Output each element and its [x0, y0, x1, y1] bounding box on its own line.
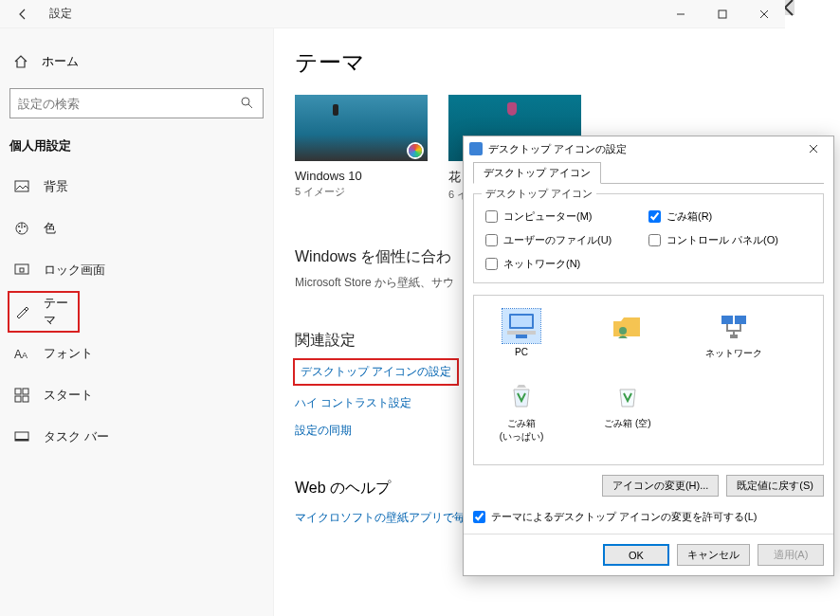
svg-point-4 — [24, 226, 26, 227]
svg-point-5 — [19, 230, 21, 232]
checkbox-input[interactable] — [485, 210, 498, 223]
checkbox-input[interactable] — [485, 234, 498, 246]
window-title: 設定 — [49, 6, 72, 22]
sidebar-item-lockscreen[interactable]: ロック画面 — [0, 249, 273, 291]
icon-label: ネットワーク — [705, 347, 762, 360]
checkbox-control-panel[interactable]: コントロール パネル(O) — [648, 233, 812, 247]
svg-point-1 — [242, 98, 249, 105]
link-desktop-icon-settings[interactable]: デスクトップ アイコンの設定 — [295, 360, 457, 384]
theme-name: Windows 10 — [295, 169, 428, 183]
svg-rect-21 — [721, 316, 733, 324]
icon-preview-user[interactable] — [593, 309, 662, 360]
themes-icon — [13, 303, 30, 320]
svg-rect-0 — [719, 10, 726, 18]
ok-button[interactable]: OK — [603, 544, 669, 566]
sidebar-item-taskbar[interactable]: タスク バー — [0, 416, 273, 458]
recycle-full-icon — [502, 379, 540, 413]
allow-themes-label: テーマによるデスクトップ アイコンの変更を許可する(L) — [491, 510, 758, 524]
link-sync-settings[interactable]: 設定の同期 — [295, 423, 352, 439]
svg-rect-12 — [15, 396, 21, 402]
change-icon-button[interactable]: アイコンの変更(H)... — [602, 475, 719, 497]
checkbox-label: コントロール パネル(O) — [667, 233, 778, 247]
svg-text:A: A — [22, 351, 27, 360]
maximize-button[interactable] — [702, 0, 743, 28]
checkbox-user-files[interactable]: ユーザーのファイル(U) — [485, 233, 648, 247]
dialog-titlebar: デスクトップ アイコンの設定 — [464, 136, 833, 161]
svg-rect-18 — [507, 331, 536, 335]
link-high-contrast[interactable]: ハイ コントラスト設定 — [295, 395, 411, 411]
checkbox-label: ユーザーのファイル(U) — [503, 233, 612, 247]
search-input[interactable] — [18, 97, 240, 111]
home-icon — [13, 54, 28, 69]
page-title: テーマ — [295, 47, 785, 78]
svg-rect-15 — [15, 439, 28, 441]
nav-label: ロック画面 — [44, 262, 105, 279]
dialog-title: デスクトップ アイコンの設定 — [488, 142, 627, 156]
checkbox-input[interactable] — [485, 258, 498, 270]
checkbox-recycle-bin[interactable]: ごみ箱(R) — [648, 209, 812, 224]
checkbox-label: ネットワーク(N) — [503, 257, 580, 271]
lockscreen-icon — [13, 262, 30, 279]
svg-text:A: A — [14, 348, 22, 360]
nav-label: 背景 — [44, 178, 68, 195]
nav-label: フォント — [44, 345, 93, 362]
svg-rect-10 — [15, 389, 21, 394]
allow-themes-checkbox[interactable] — [473, 511, 485, 523]
checkbox-label: ごみ箱(R) — [667, 209, 712, 224]
sidebar-item-themes[interactable]: テーマ — [8, 291, 80, 333]
dialog-close-button[interactable] — [799, 138, 828, 159]
restore-defaults-button[interactable]: 既定値に戻す(S) — [726, 475, 824, 497]
search-box[interactable] — [9, 88, 264, 118]
checkbox-computer[interactable]: コンピューター(M) — [485, 209, 648, 224]
icon-preview-grid: PC ネットワーク ごみ箱 (いっぱい) ごみ箱 (空) — [473, 295, 824, 465]
checkbox-network[interactable]: ネットワーク(N) — [485, 257, 648, 271]
theme-thumbnail — [295, 95, 428, 161]
sidebar-item-start[interactable]: スタート — [0, 374, 273, 416]
cancel-button[interactable]: キャンセル — [677, 544, 750, 566]
search-icon — [240, 96, 255, 111]
tab-desktop-icons[interactable]: デスクトップ アイコン — [473, 162, 601, 184]
home-label: ホーム — [42, 53, 79, 70]
checkbox-input[interactable] — [648, 210, 661, 223]
close-button[interactable] — [743, 0, 785, 28]
desktop-icons-group: デスクトップ アイコン コンピューター(M) ごみ箱(R) ユーザーのファイル(… — [473, 193, 824, 283]
dialog-tabs: デスクトップ アイコン — [473, 161, 824, 184]
sidebar-item-background[interactable]: 背景 — [0, 166, 273, 208]
icon-preview-recycle-full[interactable]: ごみ箱 (いっぱい) — [487, 379, 556, 444]
group-label: デスクトップ アイコン — [482, 187, 596, 201]
svg-rect-17 — [511, 316, 532, 327]
icon-label: ごみ箱 (空) — [604, 417, 650, 430]
svg-point-20 — [619, 327, 627, 335]
svg-rect-13 — [23, 396, 28, 402]
network-icon — [715, 309, 753, 343]
nav-label: タスク バー — [44, 428, 109, 445]
colors-icon — [13, 220, 30, 237]
recycle-empty-icon — [609, 379, 647, 413]
desktop-icon-settings-dialog: デスクトップ アイコンの設定 デスクトップ アイコン デスクトップ アイコン コ… — [463, 136, 834, 576]
icon-label: PC — [515, 347, 528, 357]
back-button[interactable] — [13, 5, 32, 24]
fonts-icon: AA — [13, 345, 30, 362]
sidebar-item-colors[interactable]: 色 — [0, 208, 273, 249]
taskbar-icon — [13, 428, 30, 445]
svg-rect-7 — [20, 268, 24, 272]
icon-preview-pc[interactable]: PC — [487, 309, 556, 360]
link-ms-wallpaper[interactable]: マイクロソフトの壁紙アプリで毎日 — [295, 510, 477, 526]
minimize-button[interactable] — [660, 0, 702, 28]
checkbox-input[interactable] — [648, 234, 661, 246]
background-icon — [13, 178, 30, 195]
svg-rect-11 — [23, 389, 28, 394]
icon-preview-network[interactable]: ネットワーク — [700, 309, 768, 360]
icon-preview-recycle-empty[interactable]: ごみ箱 (空) — [593, 379, 662, 444]
theme-card-windows10[interactable]: Windows 10 5 イメージ — [295, 95, 428, 202]
sidebar-item-fonts[interactable]: AA フォント — [0, 333, 273, 374]
apply-button[interactable]: 適用(A) — [758, 544, 824, 566]
theme-count: 5 イメージ — [295, 185, 428, 199]
svg-rect-22 — [735, 316, 746, 324]
home-button[interactable]: ホーム — [0, 43, 273, 81]
dialog-icon — [469, 142, 483, 155]
sidebar: ホーム 個人用設定 背景 色 ロック画面 — [0, 28, 274, 616]
svg-rect-23 — [730, 335, 738, 338]
icon-label: ごみ箱 (いっぱい) — [500, 417, 544, 444]
svg-point-3 — [18, 226, 20, 227]
